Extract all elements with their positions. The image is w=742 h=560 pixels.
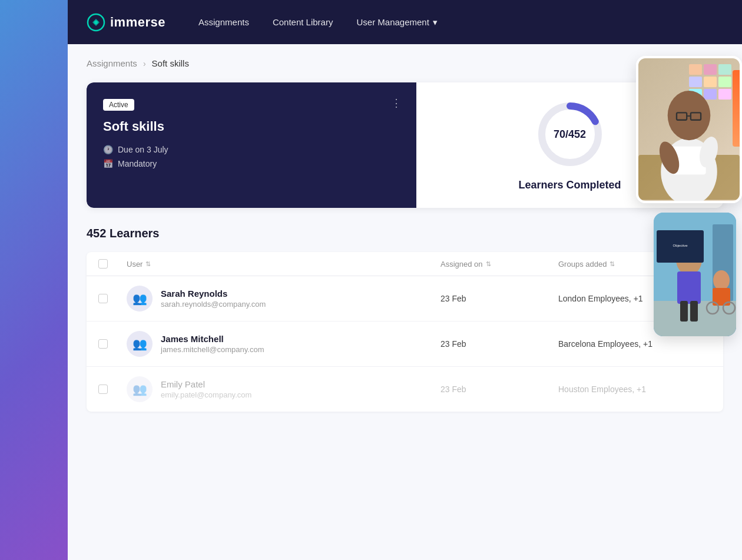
logo[interactable]: immerse: [87, 13, 165, 32]
learners-heading: 452 Learners: [87, 227, 723, 240]
user-email-emily: emily.patel@company.com: [161, 390, 251, 399]
more-options-button[interactable]: ⋮: [391, 97, 402, 110]
mandatory-item: 📅 Mandatory: [103, 159, 400, 168]
calendar-icon: 📅: [103, 159, 113, 168]
assignment-meta: 🕐 Due on 3 July 📅 Mandatory: [103, 145, 400, 168]
row-2-checkbox[interactable]: [98, 339, 108, 349]
floating-image-2: Objective: [654, 213, 736, 336]
groups-emily: Houston Employees, +1: [558, 385, 711, 394]
floating-image-1: [636, 56, 742, 203]
row-1-checkbox[interactable]: [98, 294, 108, 303]
assignment-title: Soft skills: [103, 119, 400, 134]
user-email-james: james.mitchell@company.com: [161, 345, 264, 354]
svg-rect-18: [680, 301, 688, 322]
user-cell-emily: 👥 Emily Patel emily.patel@company.com: [127, 376, 440, 402]
table-row: 👥 Emily Patel emily.patel@company.com 23…: [87, 367, 723, 412]
col-assigned-on[interactable]: Assigned on ⇅: [440, 260, 558, 269]
donut-label: 70/452: [554, 128, 586, 141]
clock-icon: 🕐: [103, 145, 113, 154]
svg-rect-17: [677, 271, 701, 304]
groups-james: Barcelona Employees, +1: [558, 339, 711, 349]
user-sort-icon: ⇅: [145, 260, 151, 268]
navbar: immerse Assignments Content Library User…: [68, 0, 742, 44]
learners-table: User ⇅ Assigned on ⇅ Groups added ⇅: [87, 252, 723, 412]
nav-content-library[interactable]: Content Library: [273, 17, 333, 27]
users-icon: 👥: [132, 337, 147, 351]
svg-rect-19: [690, 301, 698, 322]
date-sarah: 23 Feb: [440, 294, 558, 303]
chevron-down-icon: ▾: [433, 17, 438, 28]
active-badge: Active: [103, 99, 134, 111]
learners-completed-label: Learners Completed: [518, 179, 621, 191]
mandatory-label: Mandatory: [118, 159, 157, 168]
avatar-figure-2: Objective: [654, 213, 736, 336]
svg-point-20: [713, 270, 730, 290]
user-name-sarah: Sarah Reynolds: [161, 289, 266, 299]
cards-row: ⋮ Active Soft skills 🕐 Due on 3 July 📅 M…: [87, 82, 723, 208]
user-email-sarah: sarah.reynolds@company.com: [161, 300, 266, 309]
breadcrumb: Assignments › Soft skills: [87, 58, 723, 68]
header-checkbox-cell: [98, 259, 127, 269]
select-all-checkbox[interactable]: [98, 259, 108, 269]
nav-user-management[interactable]: User Management ▾: [356, 17, 437, 28]
date-james: 23 Feb: [440, 339, 558, 349]
floating-images: Objective: [636, 44, 742, 336]
user-cell-sarah: 👥 Sarah Reynolds sarah.reynolds@company.…: [127, 286, 440, 312]
breadcrumb-soft-skills: Soft skills: [152, 58, 189, 68]
user-info-james: James Mitchell james.mitchell@company.co…: [161, 334, 264, 354]
user-info-emily: Emily Patel emily.patel@company.com: [161, 379, 251, 399]
row-3-checkbox[interactable]: [98, 385, 108, 394]
assigned-sort-icon: ⇅: [486, 260, 491, 268]
avatar-figure-1: [638, 58, 740, 201]
avatar-sarah: 👥: [127, 286, 153, 312]
chevron-right-icon: ›: [143, 59, 146, 68]
user-name-james: James Mitchell: [161, 334, 264, 344]
users-icon: 👥: [132, 382, 147, 396]
groups-sort-icon: ⇅: [610, 260, 615, 268]
avatar-james: 👥: [127, 331, 153, 357]
breadcrumb-assignments[interactable]: Assignments: [87, 58, 137, 68]
completion-donut: 70/452: [535, 99, 605, 170]
due-date-label: Due on 3 July: [118, 145, 168, 154]
nav-assignments[interactable]: Assignments: [198, 17, 249, 27]
assignment-card: ⋮ Active Soft skills 🕐 Due on 3 July 📅 M…: [87, 82, 416, 208]
user-name-emily: Emily Patel: [161, 379, 251, 389]
logo-icon: [87, 13, 105, 32]
due-date-item: 🕐 Due on 3 July: [103, 145, 400, 154]
user-info-sarah: Sarah Reynolds sarah.reynolds@company.co…: [161, 289, 266, 309]
svg-point-1: [94, 21, 98, 24]
col-user[interactable]: User ⇅: [127, 260, 440, 269]
svg-text:Objective: Objective: [673, 244, 688, 247]
avatar-emily: 👥: [127, 376, 153, 402]
table-row: 👥 Sarah Reynolds sarah.reynolds@company.…: [87, 276, 723, 322]
date-emily: 23 Feb: [440, 385, 558, 394]
users-icon: 👥: [132, 291, 147, 306]
table-header: User ⇅ Assigned on ⇅ Groups added ⇅: [87, 252, 723, 276]
table-row: 👥 James Mitchell james.mitchell@company.…: [87, 322, 723, 367]
user-cell-james: 👥 James Mitchell james.mitchell@company.…: [127, 331, 440, 357]
logo-text: immerse: [110, 15, 165, 30]
